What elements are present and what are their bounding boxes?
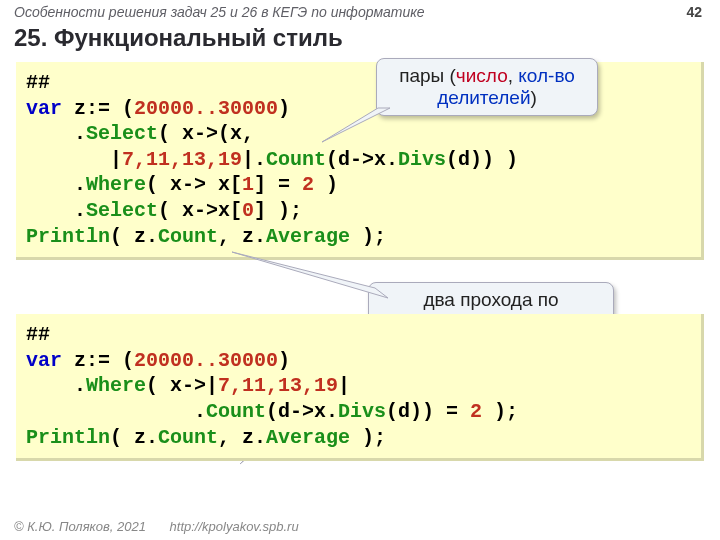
code-line: var z:= (20000..30000) [26, 348, 691, 374]
copyright: © К.Ю. Поляков, 2021 [14, 519, 146, 534]
code-line: Println( z.Count, z.Average ); [26, 425, 691, 451]
header-subtitle: Особенности решения задач 25 и 26 в КЕГЭ… [14, 4, 425, 20]
code-line: .Select( x->x[0] ); [26, 198, 691, 224]
code-line: |7,11,13,19|.Count(d->x.Divs(d)) ) [26, 147, 691, 173]
code-line: Println( z.Count, z.Average ); [26, 224, 691, 250]
code-line: .Where( x->|7,11,13,19| [26, 373, 691, 399]
header: Особенности решения задач 25 и 26 в КЕГЭ… [0, 0, 720, 22]
code-block-2: ## var z:= (20000..30000) .Where( x->|7,… [16, 314, 704, 461]
code-line: .Where( x-> x[1] = 2 ) [26, 172, 691, 198]
footer: © К.Ю. Поляков, 2021 http://kpolyakov.sp… [14, 519, 299, 534]
slide-title: 25. Функциональный стиль [0, 22, 720, 58]
footer-url: http://kpolyakov.spb.ru [170, 519, 299, 534]
code-block-1: ## var z:= (20000..30000) .Select( x->(x… [16, 62, 704, 260]
page-number: 42 [686, 4, 702, 20]
code-line: .Select( x->(x, [26, 121, 691, 147]
code-line: .Count(d->x.Divs(d)) = 2 ); [26, 399, 691, 425]
callout-pairs: пары (число, кол-во делителей) [376, 58, 598, 116]
code-line: ## [26, 322, 691, 348]
